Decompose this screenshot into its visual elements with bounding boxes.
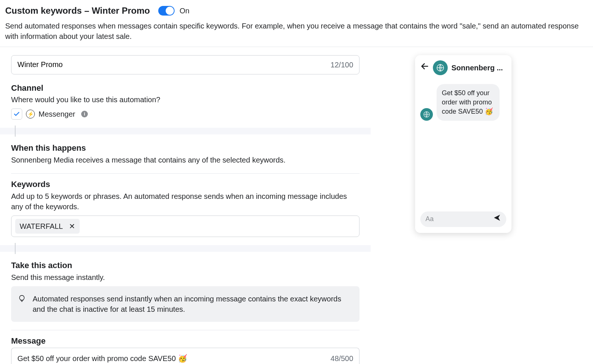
keywords-sublabel: Add up to 5 keywords or phrases. An auto…	[11, 191, 360, 212]
action-info-banner: Automated responses send instantly when …	[11, 286, 360, 322]
preview-panel: Sonnenberg ... Get $50 off your order wi…	[415, 55, 511, 233]
preview-message-bubble: Get $50 off your order with promo code S…	[437, 84, 500, 121]
messenger-icon: ⚡	[26, 110, 35, 118]
preview-reply-input: Aa	[420, 211, 506, 227]
channel-sublabel: Where would you like to use this automat…	[11, 94, 360, 105]
keyword-chip: WATERFALL ✕	[15, 219, 80, 234]
action-banner-text: Automated responses send instantly when …	[33, 294, 353, 314]
send-icon	[493, 214, 501, 224]
page-avatar	[433, 60, 448, 75]
page-subtitle: Send automated responses when messages c…	[5, 21, 587, 41]
action-sublabel: Send this message instantly.	[11, 272, 360, 283]
message-input[interactable]: Get $50 off your order with promo code S…	[11, 348, 360, 364]
message-text[interactable]: Get $50 off your order with promo code S…	[17, 353, 326, 364]
message-label: Message	[11, 335, 360, 347]
enable-toggle[interactable]	[158, 6, 175, 16]
toggle-knob	[166, 7, 174, 15]
name-char-counter: 12/100	[331, 60, 353, 70]
messenger-checkbox[interactable]	[11, 108, 22, 120]
remove-keyword-icon[interactable]: ✕	[67, 221, 77, 231]
action-label: Take this action	[11, 260, 360, 271]
message-avatar	[420, 108, 433, 121]
keywords-label: Keywords	[11, 179, 360, 190]
automation-name-field[interactable]	[17, 60, 331, 69]
toggle-state-label: On	[180, 6, 190, 16]
info-icon[interactable]: i	[81, 111, 88, 117]
trigger-sublabel: Sonnenberg Media receives a message that…	[11, 155, 360, 165]
trigger-label: When this happens	[11, 143, 360, 154]
keyword-chip-text: WATERFALL	[20, 221, 63, 231]
message-char-counter: 48/500	[331, 353, 353, 364]
channel-label: Channel	[11, 83, 360, 94]
back-arrow-icon[interactable]	[420, 61, 429, 74]
channel-option-label: Messenger	[39, 109, 75, 119]
check-icon	[13, 111, 20, 117]
keywords-input[interactable]: WATERFALL ✕	[11, 216, 360, 237]
preview-placeholder: Aa	[425, 214, 434, 224]
automation-name-input[interactable]: 12/100	[11, 55, 360, 74]
preview-page-name: Sonnenberg ...	[451, 63, 503, 73]
page-title: Custom keywords – Winter Promo	[5, 4, 150, 17]
lightbulb-icon	[18, 294, 26, 303]
